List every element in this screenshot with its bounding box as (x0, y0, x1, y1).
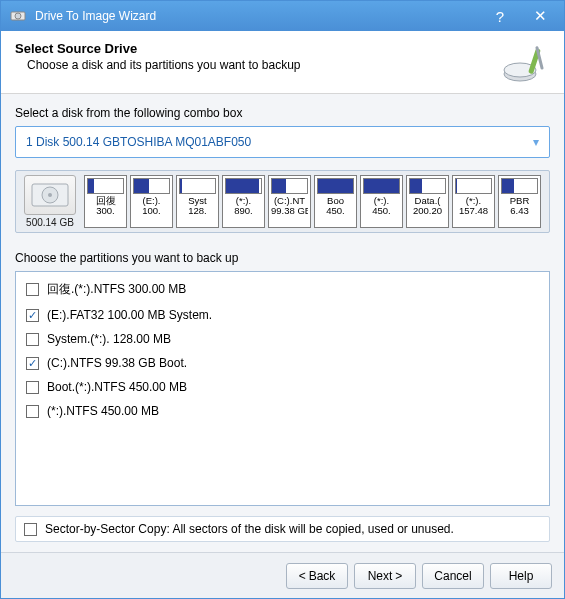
sector-copy-label: Sector-by-Sector Copy: All sectors of th… (45, 522, 454, 536)
disk-map-partition[interactable]: Boo450. (314, 175, 357, 228)
partition-checkbox[interactable] (26, 309, 39, 322)
partition-usage-bar (455, 178, 492, 194)
partition-item-label: (C:).NTFS 99.38 GB Boot. (47, 356, 187, 370)
partition-list-label: Choose the partitions you want to back u… (15, 251, 550, 265)
partition-list-item[interactable]: (E:).FAT32 100.00 MB System. (16, 303, 549, 327)
partition-checkbox[interactable] (26, 283, 39, 296)
partition-usage-bar (225, 178, 262, 194)
partition-usage-bar (133, 178, 170, 194)
sector-copy-row[interactable]: Sector-by-Sector Copy: All sectors of th… (15, 516, 550, 542)
wizard-window: Drive To Image Wizard ? ✕ Select Source … (0, 0, 565, 599)
partition-map-size: 200.20 (409, 206, 446, 216)
full-disk-size: 500.14 GB (20, 217, 80, 228)
partition-checkbox[interactable] (26, 357, 39, 370)
partition-map-size: 300. (87, 206, 124, 216)
disk-map-partition[interactable]: (*:).157.48 (452, 175, 495, 228)
partition-checkbox[interactable] (26, 333, 39, 346)
partition-map-size: 128. (179, 206, 216, 216)
help-button[interactable]: Help (490, 563, 552, 589)
partition-checkbox[interactable] (26, 381, 39, 394)
partition-map-label: Boo (317, 196, 354, 206)
partition-list-item[interactable]: System.(*:). 128.00 MB (16, 327, 549, 351)
titlebar: Drive To Image Wizard ? ✕ (1, 1, 564, 31)
disk-map-full[interactable]: 500.14 GB (20, 175, 80, 228)
partition-usage-bar (363, 178, 400, 194)
app-icon (9, 7, 27, 25)
partition-map-size: 890. (225, 206, 262, 216)
partition-map-label: PBR (501, 196, 538, 206)
partition-map-size: 450. (317, 206, 354, 216)
cancel-button[interactable]: Cancel (422, 563, 484, 589)
sector-copy-checkbox[interactable] (24, 523, 37, 536)
partition-map-label: 回復 (87, 196, 124, 206)
page-header: Select Source Drive Choose a disk and it… (1, 31, 564, 94)
partition-usage-bar (179, 178, 216, 194)
combo-label: Select a disk from the following combo b… (15, 106, 550, 120)
next-button[interactable]: Next > (354, 563, 416, 589)
disk-combo-value: 1 Disk 500.14 GBTOSHIBA MQ01ABF050 (26, 135, 533, 149)
content-area: Select a disk from the following combo b… (1, 94, 564, 552)
wizard-hero-icon (498, 41, 550, 85)
disk-map: 500.14 GB 回復300.(E:).100.Syst128.(*:).89… (15, 170, 550, 233)
close-titlebar-button[interactable]: ✕ (520, 2, 560, 30)
partition-usage-bar (87, 178, 124, 194)
partition-usage-bar (317, 178, 354, 194)
disk-map-partition[interactable]: (*:).890. (222, 175, 265, 228)
disk-combo[interactable]: 1 Disk 500.14 GBTOSHIBA MQ01ABF050 ▾ (15, 126, 550, 158)
partition-item-label: 回復.(*:).NTFS 300.00 MB (47, 281, 186, 298)
partition-map-label: Data.( (409, 196, 446, 206)
disk-map-partition[interactable]: (E:).100. (130, 175, 173, 228)
help-titlebar-button[interactable]: ? (480, 2, 520, 30)
partition-item-label: (E:).FAT32 100.00 MB System. (47, 308, 212, 322)
page-subtitle: Choose a disk and its partitions you wan… (15, 58, 498, 72)
partition-map-label: Syst (179, 196, 216, 206)
disk-map-partition[interactable]: (C:).NT99.38 GB (268, 175, 311, 228)
partition-usage-bar (409, 178, 446, 194)
chevron-right-icon: > (395, 569, 402, 583)
partition-map-label: (*:). (225, 196, 262, 206)
disk-map-partition[interactable]: PBR6.43 (498, 175, 541, 228)
partition-item-label: (*:).NTFS 450.00 MB (47, 404, 159, 418)
svg-point-8 (48, 193, 52, 197)
partition-map-size: 157.48 (455, 206, 492, 216)
partition-map-size: 99.38 GB (271, 206, 308, 216)
back-button[interactable]: < Back (286, 563, 348, 589)
partition-usage-bar (271, 178, 308, 194)
partition-map-label: (*:). (455, 196, 492, 206)
partition-map-label: (*:). (363, 196, 400, 206)
header-text: Select Source Drive Choose a disk and it… (15, 41, 498, 85)
chevron-down-icon: ▾ (533, 135, 539, 149)
window-title: Drive To Image Wizard (35, 9, 480, 23)
wizard-footer: < Back Next > Cancel Help (1, 552, 564, 598)
page-title: Select Source Drive (15, 41, 498, 56)
partition-item-label: System.(*:). 128.00 MB (47, 332, 171, 346)
partition-item-label: Boot.(*:).NTFS 450.00 MB (47, 380, 187, 394)
partition-checkbox[interactable] (26, 405, 39, 418)
partition-map-size: 450. (363, 206, 400, 216)
partition-list-item[interactable]: Boot.(*:).NTFS 450.00 MB (16, 375, 549, 399)
partition-list-item[interactable]: (*:).NTFS 450.00 MB (16, 399, 549, 423)
partition-section: Choose the partitions you want to back u… (15, 251, 550, 542)
partition-map-size: 100. (133, 206, 170, 216)
partition-list-item[interactable]: 回復.(*:).NTFS 300.00 MB (16, 276, 549, 303)
partition-usage-bar (501, 178, 538, 194)
partition-list-item[interactable]: (C:).NTFS 99.38 GB Boot. (16, 351, 549, 375)
svg-point-1 (15, 13, 21, 19)
partition-map-label: (C:).NT (271, 196, 308, 206)
partition-map-size: 6.43 (501, 206, 538, 216)
disk-map-partition[interactable]: Syst128. (176, 175, 219, 228)
disk-map-partition[interactable]: Data.(200.20 (406, 175, 449, 228)
hdd-icon (24, 175, 76, 215)
disk-map-partition[interactable]: 回復300. (84, 175, 127, 228)
partition-listbox[interactable]: 回復.(*:).NTFS 300.00 MB(E:).FAT32 100.00 … (15, 271, 550, 506)
disk-map-partition[interactable]: (*:).450. (360, 175, 403, 228)
chevron-left-icon: < (299, 569, 306, 583)
partition-map-label: (E:). (133, 196, 170, 206)
